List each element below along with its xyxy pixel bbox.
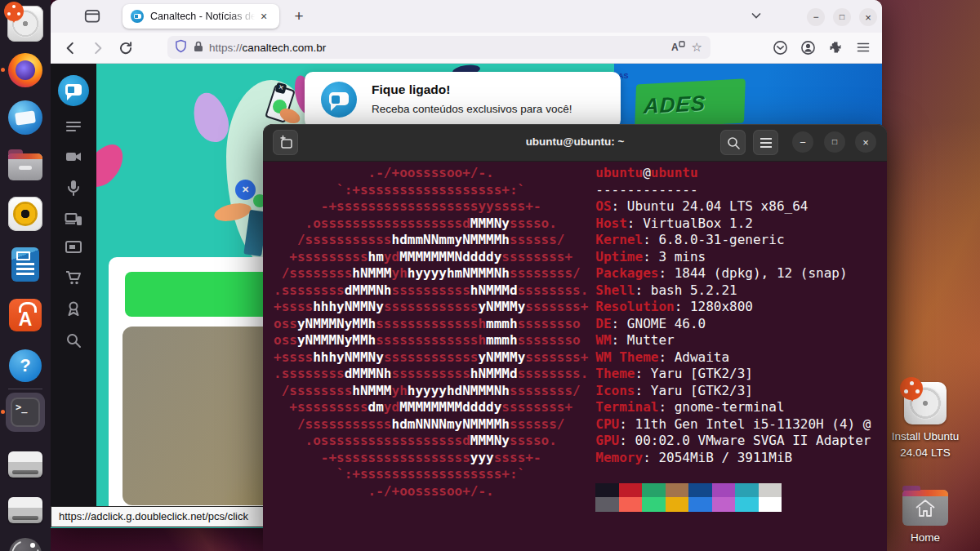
- canaltech-logo-icon: [58, 75, 89, 106]
- notification-title: Fique ligado!: [372, 82, 450, 97]
- palette-row: [595, 497, 871, 512]
- disk-1-icon: [8, 451, 42, 478]
- extensions-puzzle-icon[interactable]: [828, 40, 843, 58]
- neofetch-info-line: WM: Mutter: [595, 332, 871, 349]
- ascii-line: .ossssssssssssssssssdMMMNysssso.: [274, 433, 588, 450]
- sidebar-icon-search[interactable]: [65, 331, 82, 353]
- dock-item-files[interactable]: [6, 145, 45, 184]
- palette-swatch: [688, 497, 712, 512]
- ascii-line: .ssssssssdMMMNhsssssssssshNMMMdssssssss.: [274, 366, 588, 383]
- neofetch-info-line: Memory: 2054MiB / 3911MiB: [595, 450, 871, 467]
- canaltech-favicon: [131, 10, 144, 23]
- desktop-icon-install-ubuntu[interactable]: Install Ubuntu 24.04 LTS: [884, 382, 966, 460]
- ascii-line: ossyNMMMNyMMhssssssssssssshmmmhssssssso: [274, 332, 588, 349]
- neofetch-info-line: OS: Ubuntu 24.04 LTS x86_64: [595, 198, 871, 216]
- files-icon: [8, 153, 42, 180]
- neofetch-info-line: Kernel: 6.8.0-31-generic: [595, 232, 871, 249]
- back-icon[interactable]: [62, 40, 78, 56]
- canaltech-logo: [321, 82, 357, 118]
- browser-close-button[interactable]: ×: [859, 8, 877, 26]
- palette-swatch: [688, 483, 712, 498]
- browser-maximize-button[interactable]: □: [833, 8, 851, 26]
- sidebar-icon-devices[interactable]: [65, 210, 82, 231]
- sidebar-icon-screen[interactable]: [65, 238, 82, 260]
- sidebar-icon-video[interactable]: [65, 148, 82, 169]
- palette-swatch: [759, 497, 782, 512]
- terminal-maximize-button[interactable]: □: [824, 131, 845, 153]
- app-center-icon: A: [9, 299, 42, 331]
- dock-item-thunderbird[interactable]: [6, 98, 45, 137]
- lock-icon[interactable]: [193, 40, 204, 56]
- ad-leaderboard[interactable]: AS ADES: [614, 64, 882, 129]
- tracking-protection-shield-icon[interactable]: [175, 39, 187, 56]
- dock-item-help[interactable]: ?: [6, 346, 45, 385]
- sidebar-icon-menu[interactable]: [65, 118, 82, 139]
- dock-separator: [8, 389, 42, 389]
- neofetch-user-host: ubuntu@ubuntu: [595, 165, 871, 182]
- palette-swatch: [642, 483, 666, 498]
- account-icon[interactable]: [800, 40, 816, 59]
- desktop-icon-home[interactable]: Home: [884, 490, 966, 546]
- new-tab-button[interactable]: +: [289, 7, 309, 26]
- dock-item-ubuntu-installer[interactable]: [6, 4, 45, 43]
- neofetch-info-line: CPU: 11th Gen Intel i5-11320H (4) @: [595, 416, 871, 433]
- ascii-line: .ossssssssssssssssssdMMMNysssso.: [274, 216, 588, 233]
- palette-swatch: [666, 497, 689, 512]
- sidebar-icon-microphone[interactable]: [65, 179, 82, 200]
- firefox-view-icon[interactable]: [83, 7, 101, 25]
- disk-2-icon: [8, 497, 42, 523]
- terminal-menu-button[interactable]: [753, 130, 778, 155]
- terminal-close-button[interactable]: ×: [855, 131, 876, 153]
- neofetch-info-line: Theme: Yaru [GTK2/3]: [595, 366, 871, 383]
- browser-minimize-button[interactable]: −: [807, 8, 825, 26]
- sidebar-icon-cart[interactable]: [65, 269, 82, 290]
- terminal-header-bar[interactable]: ubuntu@ubuntu: ~ − □ ×: [263, 124, 887, 162]
- pocket-icon[interactable]: [773, 40, 788, 59]
- thunderbird-icon: [8, 100, 42, 135]
- palette-swatch: [712, 497, 736, 512]
- tab-canaltech[interactable]: Canaltech - Notícias de Te ×: [122, 4, 279, 29]
- dock-item-terminal[interactable]: >_: [6, 393, 45, 432]
- bookmark-star-icon[interactable]: ☆: [692, 40, 702, 55]
- dock-item-libreoffice[interactable]: [6, 245, 45, 284]
- ascii-line: -+ssssssssssssssssssyyssss+-: [274, 198, 588, 216]
- terminal-minimize-button[interactable]: −: [792, 131, 813, 153]
- forward-icon[interactable]: [90, 40, 106, 56]
- dock-item-app-center[interactable]: A: [6, 295, 45, 335]
- terminal-search-button[interactable]: [720, 130, 746, 155]
- neofetch-info-line: Terminal: gnome-terminal: [595, 399, 871, 416]
- sidebar-icon-award[interactable]: [65, 300, 82, 321]
- push-notification-card[interactable]: Fique ligado! Receba conteúdos exclusivo…: [305, 72, 621, 128]
- neofetch-palette: [595, 483, 871, 512]
- ascii-line: `:+ssssssssssssssssss+:`: [274, 182, 588, 199]
- terminal-window: ubuntu@ubuntu: ~ − □ × .-/+oossssoo+/-. …: [263, 124, 887, 551]
- illustration-purple-blob: [189, 89, 234, 146]
- menu-hamburger-icon[interactable]: [856, 40, 871, 58]
- url-host: canaltech.com.br: [243, 42, 327, 54]
- dock-item-firefox[interactable]: [6, 51, 45, 90]
- palette-swatch: [619, 497, 643, 512]
- ascii-line: ossyNMMMNyMMhssssssssssssshmmmhssssssso: [274, 316, 588, 333]
- reload-icon[interactable]: [118, 40, 134, 56]
- neofetch-ascii: .-/+oossssoo+/-. `:+ssssssssssssssssss+:…: [274, 165, 588, 512]
- install-ubuntu-disk-icon: [904, 382, 947, 424]
- tab-close-icon[interactable]: ×: [256, 10, 271, 23]
- dock-item-rhythmbox[interactable]: [6, 194, 45, 233]
- globe-icon: [9, 538, 42, 551]
- dock-item-globe[interactable]: [6, 535, 45, 551]
- translate-icon[interactable]: A: [670, 40, 685, 56]
- url-bar[interactable]: https://canaltech.com.br A ☆: [167, 36, 710, 59]
- dock-item-disk-1[interactable]: [6, 445, 45, 484]
- neofetch-info-line: Shell: bash 5.2.21: [595, 282, 871, 300]
- sidebar-icon-canaltech-logo[interactable]: [58, 75, 89, 109]
- house-icon: [914, 498, 937, 519]
- libreoffice-icon: [11, 247, 39, 282]
- dock: A?>_: [0, 0, 51, 551]
- neofetch-info-line: Resolution: 1280x800: [595, 299, 871, 316]
- list-tabs-chevron-icon[interactable]: [750, 9, 763, 25]
- dock-item-disk-2[interactable]: [6, 491, 45, 530]
- terminal-body[interactable]: .-/+oossssoo+/-. `:+ssssssssssssssssss+:…: [263, 161, 887, 551]
- palette-swatch: [735, 483, 759, 498]
- neofetch-info-line: Uptime: 3 mins: [595, 249, 871, 266]
- home-folder-icon: [902, 490, 948, 526]
